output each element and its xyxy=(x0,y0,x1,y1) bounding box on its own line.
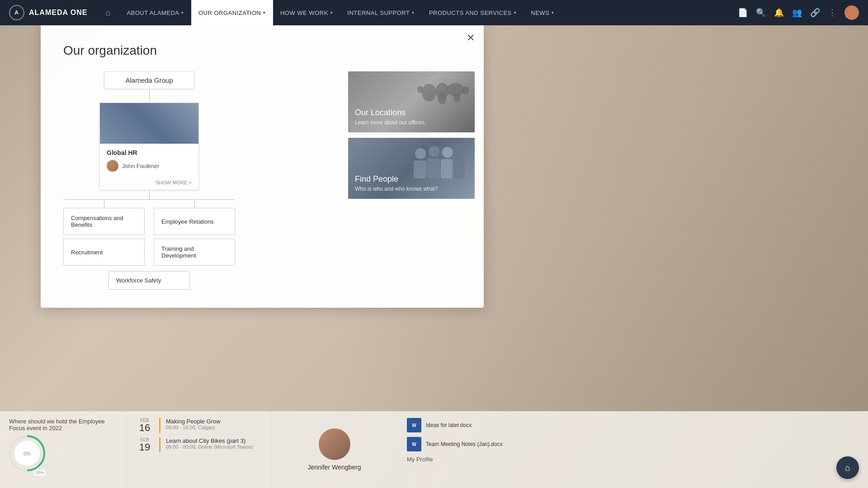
notification-icon[interactable]: 🔔 xyxy=(774,8,784,18)
caret-icon: ▾ xyxy=(514,10,517,15)
org-card-global-hr[interactable]: Global HR John Faulkner SHOW MORE > xyxy=(99,103,199,190)
sub-node-training[interactable]: Training and Development xyxy=(154,239,235,266)
show-more-link[interactable]: SHOW MORE > xyxy=(100,177,198,190)
event-details-2: Learn about City Bikes (part 3) 09:00 - … xyxy=(166,437,262,450)
doc-item-2[interactable]: W Team Meeting Notes (Jan).docx xyxy=(407,437,859,451)
event-time-2: 09:00 - 00:00, Online (Microsoft Teams) xyxy=(166,444,262,450)
sub-node-employee-relations[interactable]: Employee Relations xyxy=(154,208,235,235)
poll-title: Where should we hold the Employee Focus … xyxy=(9,418,117,432)
person-avatar-small xyxy=(107,160,118,172)
event-day-1: 16 xyxy=(136,423,154,433)
doc-name-1: Ideas for later.docx xyxy=(426,422,472,428)
person-name: Jennifer Wengberg xyxy=(307,464,361,471)
org-top-node[interactable]: Alameda Group xyxy=(104,71,194,89)
nav-news[interactable]: NEWS ▾ xyxy=(524,0,561,25)
app-name: ALAMEDA ONE xyxy=(29,9,88,17)
right-info-cards: Our Locations Learn more about our offic… xyxy=(348,71,475,290)
tree-child-training: Training and Development xyxy=(154,239,235,266)
org-card-title: Global HR xyxy=(107,149,192,156)
doc-name-2: Team Meeting Notes (Jan).docx xyxy=(426,441,502,447)
nav-products-services[interactable]: PRODUCTS AND SERVICES ▾ xyxy=(422,0,524,25)
link-icon[interactable]: 🔗 xyxy=(810,8,820,18)
locations-card[interactable]: Our Locations Learn more about our offic… xyxy=(348,71,475,132)
event-time-1: 09:00 - 16:00, Calgary xyxy=(166,425,262,430)
sub-node-compensations[interactable]: Compensations and Benefits xyxy=(63,208,145,235)
person-name: John Faulkner xyxy=(122,163,159,169)
tree-child-workforce: Workforce Safety xyxy=(108,271,190,290)
caret-icon: ▾ xyxy=(181,10,184,15)
nav-how-we-work[interactable]: HOW WE WORK ▾ xyxy=(273,0,340,25)
event-bar-2 xyxy=(159,437,160,452)
svg-point-7 xyxy=(415,148,426,159)
home-nav-icon[interactable]: ⌂ xyxy=(101,8,115,18)
find-people-card-subtitle: Who is who and who knows what? xyxy=(355,186,438,192)
events-column: FEB 16 Making People Grow 09:00 - 16:00,… xyxy=(127,411,271,488)
svg-point-6 xyxy=(417,86,423,93)
event-date-2: FEB 19 xyxy=(136,437,154,452)
organization-dropdown: ✕ Our organization Alameda Group Global xyxy=(41,25,484,308)
page-background: ✕ Our organization Alameda Group Global xyxy=(0,25,868,488)
svg-point-0 xyxy=(422,84,437,101)
logo-circle: A xyxy=(9,5,24,20)
nav-about-alameda[interactable]: ABOUT ALAMEDA ▾ xyxy=(119,0,191,25)
find-people-card-title: Find People xyxy=(355,174,438,184)
sub-node-workforce-safety[interactable]: Workforce Safety xyxy=(108,271,190,290)
tree-child-comp: Compensations and Benefits xyxy=(63,200,145,235)
person-photo xyxy=(319,428,350,460)
svg-point-2 xyxy=(438,93,447,104)
svg-text:0%: 0% xyxy=(24,451,31,456)
doc-icon-1: W xyxy=(407,418,421,432)
my-profile-link[interactable]: My Profile xyxy=(407,456,859,463)
more-icon[interactable]: ⋮ xyxy=(828,8,836,18)
tree-line-down xyxy=(149,190,150,199)
event-item-2: FEB 19 Learn about City Bikes (part 3) 0… xyxy=(136,437,262,452)
caret-icon: ▾ xyxy=(552,10,554,15)
locations-card-subtitle: Learn more about our offices. xyxy=(355,119,426,126)
svg-point-10 xyxy=(453,145,464,156)
people-icon[interactable]: 👥 xyxy=(792,8,802,18)
app-logo[interactable]: A ALAMEDA ONE xyxy=(9,5,88,20)
home-fab-button[interactable]: ⌂ xyxy=(836,456,859,479)
documents-column: W Ideas for later.docx W Team Meeting No… xyxy=(398,411,868,488)
dropdown-title: Our organization xyxy=(63,43,461,58)
find-people-card-content: Find People Who is who and who knows wha… xyxy=(355,174,438,192)
event-bar-1 xyxy=(159,418,160,433)
svg-rect-14 xyxy=(452,157,465,178)
tree-child-emp: Employee Relations xyxy=(154,200,235,235)
tree-children-row1: Compensations and Benefits Employee Rela… xyxy=(63,200,235,235)
svg-point-9 xyxy=(442,147,453,158)
doc-item-1[interactable]: W Ideas for later.docx xyxy=(407,418,859,432)
org-card-person: John Faulkner xyxy=(107,160,192,172)
org-card-photo xyxy=(100,103,198,144)
org-card-image xyxy=(100,103,198,144)
find-people-card[interactable]: Find People Who is who and who knows wha… xyxy=(348,138,475,199)
nav-internal-support[interactable]: INTERNAL SUPPORT ▾ xyxy=(340,0,422,25)
nav-right-icons: 📄 🔍 🔔 👥 🔗 ⋮ xyxy=(738,5,859,20)
poll-chart: 0% xyxy=(9,435,45,471)
org-chart: Alameda Group Global HR John Faulkner xyxy=(63,71,235,290)
event-date-1: FEB 16 xyxy=(136,418,154,433)
tree-children-row2: Recruitment Training and Development xyxy=(63,239,235,266)
sub-node-recruitment[interactable]: Recruitment xyxy=(63,239,145,266)
locations-card-title: Our Locations xyxy=(355,108,426,117)
poll-column: Where should we hold the Employee Focus … xyxy=(0,411,127,488)
event-details-1: Making People Grow 09:00 - 16:00, Calgar… xyxy=(166,418,262,430)
nav-our-organization[interactable]: OUR ORGANIZATION ▾ xyxy=(191,0,273,25)
event-name-2: Learn about City Bikes (part 3) xyxy=(166,437,262,444)
document-icon[interactable]: 📄 xyxy=(738,8,748,18)
caret-icon: ▾ xyxy=(412,10,415,15)
tree-v-line xyxy=(194,200,195,208)
search-icon[interactable]: 🔍 xyxy=(756,8,766,18)
svg-point-4 xyxy=(453,93,461,102)
close-button[interactable]: ✕ xyxy=(467,32,475,44)
caret-icon: ▾ xyxy=(263,10,266,15)
event-day-2: 19 xyxy=(136,442,154,452)
bottom-area: Where should we hold the Employee Focus … xyxy=(0,411,868,488)
nav-items: ⌂ ABOUT ALAMEDA ▾ OUR ORGANIZATION ▾ HOW… xyxy=(101,0,738,25)
svg-point-5 xyxy=(462,86,469,94)
user-avatar[interactable] xyxy=(844,5,859,20)
tree-child-rec: Recruitment xyxy=(63,239,145,266)
event-item-1: FEB 16 Making People Grow 09:00 - 16:00,… xyxy=(136,418,262,433)
svg-rect-13 xyxy=(441,159,453,178)
top-navigation: A ALAMEDA ONE ⌂ ABOUT ALAMEDA ▾ OUR ORGA… xyxy=(0,0,868,25)
